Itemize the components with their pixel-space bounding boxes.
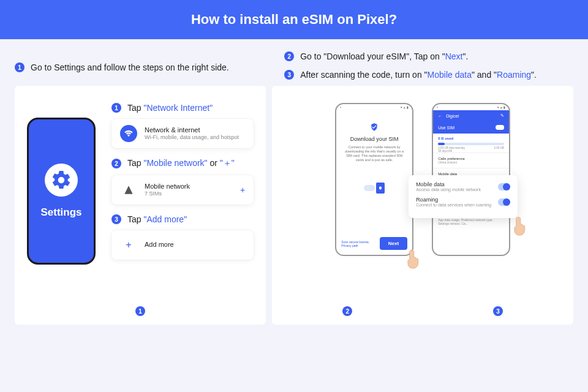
edit-icon[interactable]: ✎ [500, 113, 504, 118]
battery-status-icon: ▮ [407, 105, 409, 109]
step-row-1: 1 Tap "Network Internet" Network & inter… [111, 103, 254, 148]
digicel-header: ← Digicel ✎ [433, 110, 509, 121]
card-title-network: Network & internet [145, 126, 245, 134]
overlay-mobile-data-row[interactable]: Mobile data Access data using mobile net… [416, 181, 510, 192]
gear-icon [45, 164, 78, 197]
step-badge-3: 3 [284, 70, 294, 80]
add-more-card[interactable]: + Add more [111, 230, 254, 260]
panel-2-number-a: 2 [342, 306, 352, 316]
panel-1-number: 1 [135, 306, 145, 316]
overlay-roaming-row[interactable]: Roaming Connect to data services when ro… [416, 197, 510, 207]
data-label: B used [441, 137, 453, 140]
use-sim-label: Use SIM [438, 126, 454, 130]
signal-status-icon: ▴ [404, 105, 405, 109]
card-sub-mobile: 7 SIMs [145, 190, 233, 197]
data-value: 0 [438, 137, 440, 140]
usage-bar [438, 143, 504, 145]
step-row-2: 2 Tap "Mobile network" or "＋" Mobile net… [111, 158, 254, 205]
instructions-row: 1 Go to Settings and follow the steps on… [0, 39, 588, 86]
next-button[interactable]: Next [380, 237, 407, 250]
status-bar-2: • ▾▴▮ [433, 104, 509, 110]
download-desc: Connect to your mobile network by downlo… [342, 145, 406, 163]
panel-2-number-b: 3 [493, 306, 503, 316]
settings-phone: Settings [27, 118, 96, 265]
privacy-link[interactable]: Scan secure license, Privacy path [341, 240, 380, 247]
overlay-mobile-data-title: Mobile data [416, 181, 481, 187]
link-mobile-data: Mobile data [428, 70, 472, 80]
page-header: How to install an eSIM on Pixel? [0, 0, 588, 39]
step-3-title: 3 Tap "Add more" [111, 214, 254, 224]
roaming-toggle[interactable] [498, 198, 510, 206]
card-title-add: Add more [145, 241, 245, 249]
data-limit: 2.00 GB [494, 146, 505, 149]
mobile-network-card[interactable]: Mobile network 7 SIMs + [111, 175, 254, 205]
step-1-title: 1 Tap "Network Internet" [111, 103, 254, 113]
download-sim-phone-wrap: • ▾▴▮ Download your SIM Connect to your … [335, 103, 413, 256]
link-next: Next [445, 51, 463, 61]
page-title: How to install an eSIM on Pixel? [191, 12, 397, 28]
instruction-item-2: 2 Go to "Download your eSIM", Tap on "Ne… [284, 51, 573, 61]
wifi-icon [120, 125, 137, 142]
panel-1-footer: 1 [15, 306, 266, 316]
finger-pointer-icon-2 [511, 214, 529, 236]
download-title: Download your SIM [342, 136, 406, 142]
steps-column: 1 Tap "Network Internet" Network & inter… [111, 103, 254, 312]
network-internet-card[interactable]: Network & internet Wi-Fi, mobile, data u… [111, 119, 254, 148]
finger-pointer-icon [405, 247, 422, 270]
step-badge-2: 2 [284, 51, 294, 61]
plus-add-icon: + [120, 236, 137, 254]
cloud-icon [364, 185, 375, 191]
signal-status-icon: ▴ [500, 105, 502, 109]
instruction-item-1: 1 Go to Settings and follow the steps on… [15, 62, 266, 72]
panel-2-footer: 2 3 [272, 306, 573, 316]
calls-pref-row[interactable]: Calls preference China Unicom [433, 153, 509, 168]
download-illustration [342, 183, 406, 194]
step-3-badge: 3 [111, 214, 121, 224]
overlay-roaming-sub: Connect to data services when roaming [416, 203, 491, 207]
use-sim-row[interactable]: Use SIM [433, 121, 509, 134]
card-sub-network: Wi-Fi, mobile, data usage, and hotspot [145, 134, 245, 141]
instruction-item-3: 3 After scanning the code, turn on "Mobi… [284, 70, 573, 80]
card-title-mobile: Mobile network [145, 183, 233, 190]
mobile-data-toggle[interactable] [498, 183, 510, 190]
instruction-2-text: Go to "Download your eSIM", Tap on "Next… [300, 51, 468, 61]
back-arrow-icon[interactable]: ← [438, 114, 442, 118]
instruction-left: 1 Go to Settings and follow the steps on… [15, 51, 266, 80]
settings-label: Settings [40, 206, 81, 219]
overlay-mobile-data-sub: Access data using mobile network [416, 187, 481, 192]
overlay-card: Mobile data Access data using mobile net… [409, 175, 518, 218]
digicel-phone-wrap: • ▾▴▮ ← Digicel ✎ Use SIM 0 B used [432, 103, 510, 256]
carrier-name: Digicel [446, 114, 459, 118]
panel-1: Settings 1 Tap "Network Internet" [15, 86, 266, 325]
step-1-badge: 1 [111, 103, 121, 113]
download-sim-phone: • ▾▴▮ Download your SIM Connect to your … [335, 103, 413, 256]
instruction-right: 2 Go to "Download your eSIM", Tap on "Ne… [284, 51, 573, 80]
panel-2: • ▾▴▮ Download your SIM Connect to your … [272, 86, 573, 325]
wifi-status-icon: ▾ [401, 105, 402, 109]
link-roaming: Roaming [497, 70, 531, 80]
step-badge-1: 1 [15, 62, 24, 72]
battery-status-icon: ▮ [503, 105, 505, 109]
sim-card-icon [376, 183, 385, 194]
signal-icon [120, 181, 137, 198]
instruction-3-text: After scanning the code, turn on "Mobile… [300, 70, 537, 80]
panels-row: Settings 1 Tap "Network Internet" [0, 86, 588, 325]
status-bar: • ▾▴▮ [336, 104, 412, 110]
shield-icon [342, 123, 406, 131]
step-2-badge: 2 [111, 159, 121, 168]
step-row-3: 3 Tap "Add more" + Add more [111, 214, 254, 260]
instruction-1-text: Go to Settings and follow the steps on t… [31, 62, 229, 72]
plus-icon[interactable]: + [240, 185, 245, 195]
days-left: 30 days left [438, 149, 452, 153]
wifi-status-icon: ▾ [497, 105, 499, 109]
use-sim-toggle[interactable] [496, 125, 504, 130]
step-2-title: 2 Tap "Mobile network" or "＋" [111, 158, 254, 169]
overlay-roaming-title: Roaming [416, 197, 491, 203]
